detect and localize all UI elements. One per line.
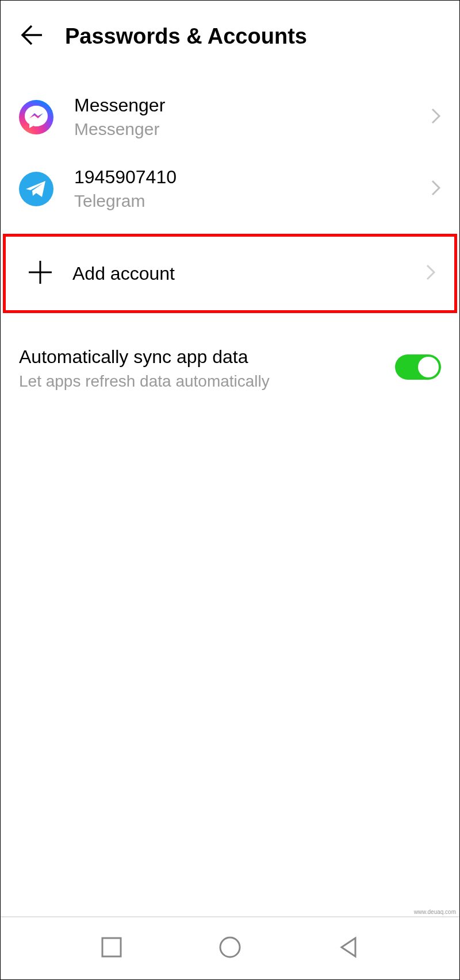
account-text: 1945907410 Telegram xyxy=(74,167,410,211)
nav-home-button[interactable] xyxy=(217,935,243,962)
chevron-right-icon xyxy=(431,179,441,199)
back-icon[interactable] xyxy=(19,22,44,50)
plus-icon xyxy=(26,258,54,288)
sync-subtitle: Let apps refresh data automatically xyxy=(19,372,384,391)
account-row-messenger[interactable]: Messenger Messenger xyxy=(1,81,459,153)
header: Passwords & Accounts xyxy=(1,1,459,72)
account-subtitle: Telegram xyxy=(74,191,410,211)
sync-title: Automatically sync app data xyxy=(19,346,384,368)
account-title: Messenger xyxy=(74,95,410,116)
svg-rect-2 xyxy=(102,938,121,956)
telegram-icon xyxy=(19,172,53,206)
nav-bar xyxy=(1,916,459,979)
nav-back-button[interactable] xyxy=(336,935,361,962)
chevron-right-icon xyxy=(425,264,436,283)
sync-section: Automatically sync app data Let apps ref… xyxy=(1,313,459,391)
watermark: www.deuaq.com xyxy=(414,909,456,915)
page-title: Passwords & Accounts xyxy=(65,24,307,49)
add-account-label: Add account xyxy=(72,263,407,284)
account-text: Messenger Messenger xyxy=(74,95,410,139)
svg-point-3 xyxy=(220,937,240,957)
sync-toggle[interactable] xyxy=(395,354,441,380)
nav-recent-button[interactable] xyxy=(99,935,124,962)
account-row-telegram[interactable]: 1945907410 Telegram xyxy=(1,153,459,225)
add-account-button[interactable]: Add account xyxy=(3,234,457,313)
account-title: 1945907410 xyxy=(74,167,410,188)
accounts-list: Messenger Messenger 1945907410 Telegram xyxy=(1,81,459,225)
chevron-right-icon xyxy=(431,107,441,127)
messenger-icon xyxy=(19,100,53,134)
account-subtitle: Messenger xyxy=(74,119,410,139)
sync-text: Automatically sync app data Let apps ref… xyxy=(19,346,384,391)
